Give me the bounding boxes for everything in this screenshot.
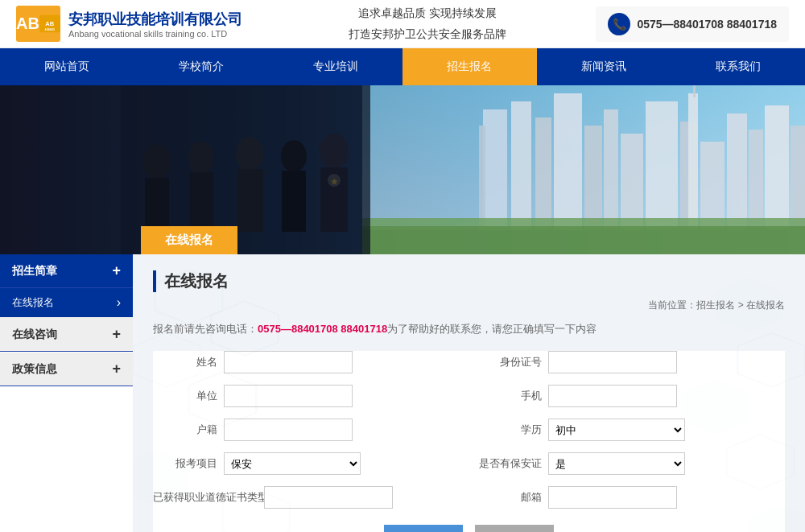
page-title: 在线报名 xyxy=(153,270,785,292)
svg-rect-13 xyxy=(646,101,678,230)
svg-rect-23 xyxy=(362,226,805,254)
header: AB ANBANG 安邦职业技能培训有限公司 Anbang vocational… xyxy=(0,0,805,48)
input-id[interactable] xyxy=(548,351,677,373)
nav-item-home[interactable]: 网站首页 xyxy=(0,48,134,85)
form-row-4: 报考项目 保安 消防 电工 是否有保安证 是 否 xyxy=(153,452,785,475)
nav-item-contact[interactable]: 联系我们 xyxy=(671,48,805,85)
header-phone: 0575—88401708 88401718 xyxy=(637,18,777,31)
label-education: 学历 xyxy=(477,423,542,437)
svg-rect-18 xyxy=(765,105,789,230)
form-row-5: 已获得职业道德证书类型 邮箱 xyxy=(153,486,785,509)
logo-area: AB ANBANG 安邦职业技能培训有限公司 Anbang vocational… xyxy=(16,6,242,42)
form-group-has-cert: 是否有保安证 是 否 xyxy=(477,452,786,475)
hero-form-label: 在线报名 xyxy=(141,226,237,254)
form-group-id: 身份证号 xyxy=(477,351,786,373)
form-actions: 提交 取消 xyxy=(153,525,785,532)
main-content: 招生简章 + 在线报名 › 在线咨询 + 政策信息 + xyxy=(0,254,805,532)
company-name-en: Anbang vocational skills training co. LT… xyxy=(68,29,242,39)
form-group-exam: 报考项目 保安 消防 电工 xyxy=(153,452,461,475)
svg-text:AB: AB xyxy=(45,20,54,27)
nav-item-about[interactable]: 学校简介 xyxy=(134,48,269,85)
form-row-2: 单位 手机 xyxy=(153,385,785,407)
form-group-name: 姓名 xyxy=(153,351,461,373)
main-nav: 网站首页 学校简介 专业培训 招生报名 新闻资讯 联系我们 xyxy=(0,48,805,85)
svg-rect-16 xyxy=(727,113,747,230)
label-email: 邮箱 xyxy=(477,490,542,505)
slogan-line1: 追求卓越品质 实现持续发展 xyxy=(258,3,596,23)
input-phone[interactable] xyxy=(548,385,677,407)
form-group-education: 学历 初中 高中 大专 本科 xyxy=(477,419,786,441)
hero-banner: ⭐ 在线报名 xyxy=(0,85,805,254)
select-has-cert[interactable]: 是 否 xyxy=(548,452,685,475)
input-name[interactable] xyxy=(224,351,353,373)
breadcrumb: 当前位置：招生报名 > 在线报名 xyxy=(153,299,785,312)
svg-rect-5 xyxy=(483,109,507,230)
logo-text: 安邦职业技能培训有限公司 Anbang vocational skills tr… xyxy=(68,10,242,39)
svg-rect-7 xyxy=(511,101,531,230)
label-exam: 报考项目 xyxy=(153,456,217,471)
label-unit: 单位 xyxy=(153,389,217,403)
sidebar-cat-online-consult[interactable]: 在线咨询 + xyxy=(0,318,133,352)
form-group-cert-type: 已获得职业道德证书类型 xyxy=(153,486,461,509)
cancel-button[interactable]: 取消 xyxy=(475,525,554,532)
nav-item-enrollment[interactable]: 招生报名 xyxy=(402,48,537,85)
label-name: 姓名 xyxy=(153,355,217,369)
sidebar: 招生简章 + 在线报名 › 在线咨询 + 政策信息 + xyxy=(0,254,133,532)
form-group-phone: 手机 xyxy=(477,385,786,407)
svg-rect-10 xyxy=(584,126,602,230)
select-exam[interactable]: 保安 消防 电工 xyxy=(224,452,361,475)
input-cert-type[interactable] xyxy=(264,486,393,509)
label-phone: 手机 xyxy=(477,389,542,403)
registration-form: 姓名 身份证号 单位 手机 xyxy=(153,351,785,532)
company-name-cn: 安邦职业技能培训有限公司 xyxy=(68,10,242,29)
form-row-1: 姓名 身份证号 xyxy=(153,351,785,373)
sidebar-cat-policy-info[interactable]: 政策信息 + xyxy=(0,353,133,386)
nav-item-news[interactable]: 新闻资讯 xyxy=(537,48,671,85)
svg-rect-15 xyxy=(700,142,724,230)
label-has-cert: 是否有保安证 xyxy=(477,456,542,471)
sidebar-cat-enrollment-guide[interactable]: 招生简章 + xyxy=(0,254,133,288)
svg-rect-21 xyxy=(693,85,696,97)
svg-rect-9 xyxy=(554,93,582,230)
form-intro: 报名前请先咨询电话：0575—88401708 88401718为了帮助好的联系… xyxy=(153,322,785,336)
label-huji: 户籍 xyxy=(153,423,217,437)
svg-text:ANBANG: ANBANG xyxy=(44,28,55,31)
phone-icon: 📞 xyxy=(608,13,630,35)
label-id: 身份证号 xyxy=(477,355,542,369)
svg-rect-8 xyxy=(535,118,551,230)
logo-icon: AB ANBANG xyxy=(16,6,60,42)
svg-rect-17 xyxy=(749,130,763,230)
header-contact: 📞 0575—88401708 88401718 xyxy=(596,6,789,42)
svg-rect-6 xyxy=(479,126,485,230)
header-slogan: 追求卓越品质 实现持续发展 打造安邦护卫公共安全服务品牌 xyxy=(258,3,596,43)
form-group-email: 邮箱 xyxy=(477,486,786,509)
hero-svg: ⭐ xyxy=(0,85,805,254)
sidebar-item-online-reg[interactable]: 在线报名 › xyxy=(0,288,133,318)
svg-rect-20 xyxy=(688,93,698,230)
svg-rect-12 xyxy=(621,134,643,230)
submit-button[interactable]: 提交 xyxy=(384,525,463,532)
input-email[interactable] xyxy=(548,486,677,509)
svg-rect-19 xyxy=(791,126,805,230)
form-row-3: 户籍 学历 初中 高中 大专 本科 xyxy=(153,419,785,441)
page-wrapper: AB ANBANG 安邦职业技能培训有限公司 Anbang vocational… xyxy=(0,0,805,532)
form-group-huji: 户籍 xyxy=(153,419,461,441)
nav-item-training[interactable]: 专业培训 xyxy=(268,48,402,85)
slogan-line2: 打造安邦护卫公共安全服务品牌 xyxy=(258,24,596,44)
content-area: 在线报名 当前位置：招生报名 > 在线报名 报名前请先咨询电话：0575—884… xyxy=(133,254,805,532)
form-intro-phone: 0575—88401708 88401718 xyxy=(258,323,387,335)
svg-rect-11 xyxy=(604,109,618,230)
input-unit[interactable] xyxy=(224,385,353,407)
select-education[interactable]: 初中 高中 大专 本科 xyxy=(548,419,685,441)
input-huji[interactable] xyxy=(224,419,353,441)
form-group-unit: 单位 xyxy=(153,385,461,407)
label-cert-type: 已获得职业道德证书类型 xyxy=(153,490,258,505)
